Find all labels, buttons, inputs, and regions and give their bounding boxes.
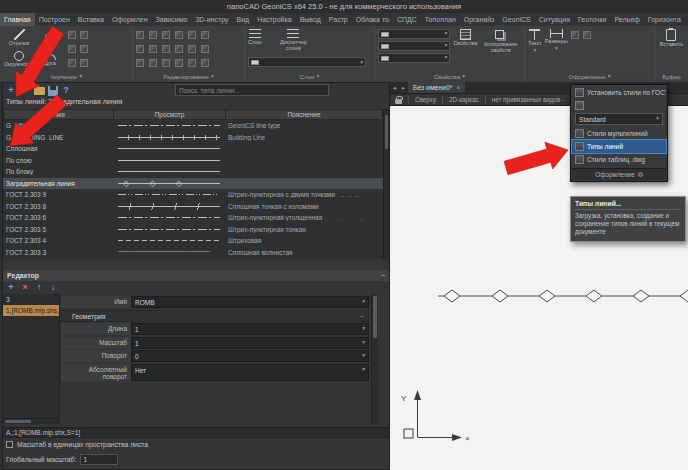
line-tool[interactable]: Отрезок (3, 29, 35, 51)
layer-manager-tool[interactable]: Диспетчер слоёв (264, 29, 322, 54)
linetype-row[interactable]: ГОСТ 2.303 4 Штриховая _ _ _ _ _ _ _ _ _… (3, 235, 383, 247)
circle-tool[interactable]: Окружность (3, 51, 35, 73)
view-direction-control[interactable]: Сверху (415, 96, 436, 103)
load-linetype-icon[interactable] (34, 87, 45, 95)
visual-style-control[interactable]: 2D-каркас (449, 96, 479, 103)
table-scrollbar[interactable] (383, 109, 389, 259)
text-styles-item[interactable] (572, 99, 666, 112)
field-input[interactable]: Нет (131, 364, 369, 381)
layer-select[interactable] (248, 57, 366, 67)
lock-icon[interactable] (395, 99, 402, 104)
linetype-row[interactable]: Сплошная (3, 143, 383, 155)
help-icon[interactable]: ? (60, 85, 72, 96)
fillet-tool-icon[interactable] (175, 45, 183, 53)
linetype-row[interactable]: ГОСТ 2.303 5 Штрих-пунктирная тонкая ___… (3, 224, 383, 236)
ribbon-tab[interactable]: Горизонта (644, 13, 685, 26)
flyout-menu-item[interactable]: Стили мультилиний (572, 127, 666, 140)
document-tab[interactable]: Без имени0* × (408, 82, 465, 93)
column-header-preview[interactable]: Просмотр (114, 110, 226, 119)
linetype-row[interactable]: Заградительная линия (3, 178, 383, 190)
flyout-menu-item[interactable]: Стили таблиц .dwg (572, 153, 666, 166)
text-style-select[interactable]: Standard (575, 113, 663, 125)
paste-tool[interactable]: Вставить (660, 29, 683, 70)
color-select[interactable] (378, 29, 450, 39)
match-properties-tool[interactable]: Копирование свойств (480, 29, 521, 70)
lineweight-select[interactable] (378, 53, 450, 63)
pin-icon[interactable] (638, 172, 643, 177)
bound-views-status[interactable]: нет привязанных видов - (492, 96, 565, 103)
mirror-tool-icon[interactable] (175, 31, 183, 39)
ribbon-tab[interactable]: Зависимо (152, 13, 192, 26)
ribbon-tab[interactable]: Ситуация (535, 13, 574, 26)
field-input[interactable]: 1 (131, 337, 369, 349)
paper-space-scale-option[interactable]: Масштаб в единицах пространства листа (6, 441, 148, 448)
column-header-description[interactable]: Пояснение (226, 110, 382, 119)
dimensions-tool[interactable]: Размеры (545, 29, 568, 70)
explode-tool-icon[interactable] (136, 59, 144, 67)
name-field[interactable]: ROMB (131, 296, 369, 308)
move-tool-icon[interactable] (136, 31, 144, 39)
linetype-row[interactable]: ГОСТ 2.303 3 Сплошная волнистая (3, 247, 383, 259)
editor-scrollbar[interactable] (371, 294, 378, 424)
viewport-icon[interactable] (583, 31, 591, 39)
join-tool-icon[interactable] (149, 59, 157, 67)
shape-list-item[interactable]: 1,[ROMB.mip.shs, (3, 305, 59, 316)
ribbon-tab[interactable]: Построен (35, 13, 74, 26)
field-input[interactable]: 0 (131, 350, 369, 362)
ribbon-tab[interactable]: Топоплан (421, 13, 460, 26)
geometry-section-header[interactable]: Геометрия (61, 310, 369, 322)
linetype-row[interactable]: ГОСТ 2.303 9 Штрих-пунктирная с двумя то… (3, 189, 383, 201)
spline-tool-icon[interactable] (80, 31, 88, 39)
delete-icon[interactable]: × (19, 85, 31, 96)
copy-tool-icon[interactable] (149, 31, 157, 39)
flyout-footer[interactable]: Оформление (572, 168, 666, 180)
linetype-row[interactable]: По слою (3, 155, 383, 167)
checkbox-icon[interactable] (6, 441, 13, 448)
global-scale-input[interactable] (80, 454, 118, 465)
group-label-layers[interactable]: Слои (245, 72, 374, 82)
group-label-drawing[interactable]: Черчение (0, 72, 132, 82)
pedit-tool-icon[interactable] (201, 59, 209, 67)
shape-list-hscrollbar[interactable] (3, 418, 60, 424)
table-icon[interactable] (571, 31, 579, 39)
group-label-decoration[interactable]: Оформление (525, 72, 654, 82)
ribbon-tab[interactable]: Вывод (296, 13, 325, 26)
save-linetype-icon[interactable] (48, 86, 58, 96)
ribbon-tab[interactable]: Главная (0, 13, 35, 26)
region-tool-icon[interactable] (80, 59, 88, 67)
ellipse-tool-icon[interactable] (80, 45, 88, 53)
group-label-properties[interactable]: Свойства (375, 72, 524, 82)
field-input[interactable]: 1 (131, 323, 369, 335)
close-icon[interactable]: × (456, 82, 460, 94)
linetype-row[interactable]: G_LINE GeoniCS line type (3, 120, 383, 132)
linetype-row[interactable]: ГОСТ 2.303 6 Штрих-пунктирная утолщенная… (3, 212, 383, 224)
set-gost-styles-item[interactable]: Установить стили по ГОСТ (572, 86, 666, 99)
ribbon-tab[interactable]: Вид (232, 13, 253, 26)
ribbon-tab[interactable]: Облака то (352, 13, 393, 26)
linetype-search-input[interactable] (175, 84, 329, 96)
delete-icon[interactable]: × (19, 282, 31, 293)
collapse-icon[interactable] (381, 270, 385, 281)
ribbon-tab[interactable]: Рельеф (610, 13, 643, 26)
polyline-tool[interactable]: Пл... (35, 29, 65, 51)
ribbon-tab[interactable]: GeoniCS (498, 13, 534, 26)
hatch-tool-icon[interactable] (68, 45, 76, 53)
linetype-row[interactable]: G_BUILDING_LINE Building Line (3, 132, 383, 144)
prev-icon[interactable]: ◂ (390, 82, 399, 93)
add-icon[interactable]: + (5, 282, 17, 293)
extend-tool-icon[interactable] (162, 45, 170, 53)
linetype-row[interactable]: По блоку (3, 166, 383, 178)
trim-tool-icon[interactable] (149, 45, 157, 53)
move-up-icon[interactable]: ↑ (33, 282, 45, 293)
move-down-icon[interactable]: ↓ (47, 282, 59, 293)
ribbon-tab[interactable]: Вставка (74, 13, 108, 26)
ribbon-tab[interactable]: Геоточки (574, 13, 610, 26)
group-label-editing[interactable]: Редактирование (133, 72, 244, 82)
properties-tool[interactable]: Свойства (453, 29, 477, 70)
shape-list-item[interactable]: 3 (3, 294, 59, 305)
linetype-row[interactable]: ГОСТ 2.303 8 Сплошная тонкая с изломами (3, 201, 383, 213)
layers-tool[interactable]: Слои (248, 29, 261, 54)
linetype-select[interactable] (378, 41, 450, 51)
erase-tool-icon[interactable] (162, 59, 170, 67)
arc-tool[interactable]: Дуга (35, 51, 65, 73)
